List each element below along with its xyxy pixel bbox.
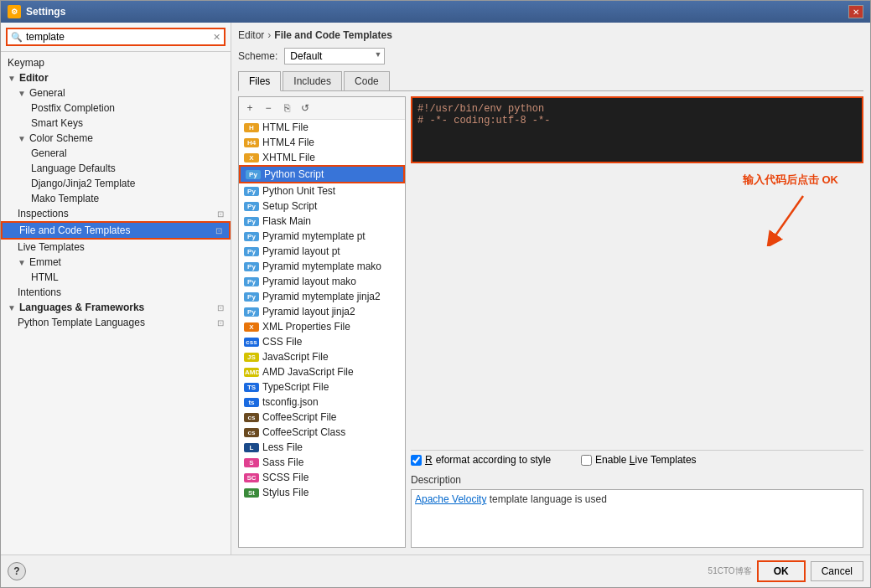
sidebar-item-live-templates[interactable]: Live Templates — [1, 240, 231, 255]
file-icon-13: X — [244, 322, 259, 332]
tab-includes[interactable]: Includes — [283, 71, 342, 90]
sidebar-item-intentions[interactable]: Intentions — [1, 285, 231, 300]
file-item-18[interactable]: tstsconfig.json — [239, 395, 405, 410]
sidebar-label-cs-general: General — [31, 147, 67, 159]
tab-code[interactable]: Code — [344, 71, 390, 90]
sidebar-item-editor[interactable]: ▼ Editor — [1, 70, 231, 85]
scheme-row: Scheme: Default — [238, 48, 863, 64]
file-label-0: HTML File — [262, 121, 308, 133]
reformat-label: R — [425, 454, 433, 466]
sidebar-label-color-scheme: Color Scheme — [29, 132, 93, 144]
expand-icon-emmet: ▼ — [18, 258, 26, 267]
right-panel: Editor › File and Code Templates Scheme:… — [231, 23, 870, 554]
file-item-17[interactable]: TSTypeScript File — [239, 379, 405, 395]
file-list-panel: + − ⎘ ↺ HHTML FileH4HTML4 FileXXHTML Fil… — [238, 96, 406, 548]
sidebar-item-python-tpl[interactable]: Python Template Languages ⊡ — [1, 315, 231, 330]
file-item-24[interactable]: StStylus File — [239, 485, 405, 500]
breadcrumb: Editor › File and Code Templates — [238, 29, 863, 41]
sidebar-item-emmet-html[interactable]: HTML — [1, 270, 231, 285]
file-item-12[interactable]: PyPyramid layout jinja2 — [239, 304, 405, 319]
reset-button[interactable]: ↺ — [297, 100, 314, 116]
file-item-15[interactable]: JSJavaScript File — [239, 349, 405, 364]
file-item-23[interactable]: SCSCSS File — [239, 470, 405, 485]
expand-icon-general: ▼ — [18, 89, 26, 98]
file-label-7: Pyramid mytemplate pt — [262, 230, 366, 242]
file-label-8: Pyramid layout pt — [262, 245, 340, 257]
file-label-20: CoffeeScript Class — [262, 426, 345, 438]
file-item-21[interactable]: LLess File — [239, 440, 405, 455]
file-label-14: CSS File — [262, 336, 302, 348]
file-icon-3: Py — [246, 170, 261, 179]
file-item-8[interactable]: PyPyramid layout pt — [239, 244, 405, 259]
file-item-19[interactable]: csCoffeeScript File — [239, 410, 405, 425]
sidebar-item-languages[interactable]: ▼ Languages & Frameworks ⊡ — [1, 300, 231, 315]
file-label-10: Pyramid layout mako — [262, 276, 356, 287]
watermark: 51CTO博客 — [708, 565, 752, 577]
file-item-1[interactable]: H4HTML4 File — [239, 135, 405, 150]
search-input[interactable] — [26, 31, 210, 43]
file-item-3[interactable]: PyPython Script — [239, 165, 405, 183]
file-item-6[interactable]: PyFlask Main — [239, 214, 405, 229]
file-icon-6: Py — [244, 217, 259, 226]
file-icon-4: Py — [244, 187, 259, 196]
file-item-11[interactable]: PyPyramid mytemplate jinja2 — [239, 289, 405, 304]
sidebar-label-mako: Mako Template — [31, 193, 99, 204]
file-item-7[interactable]: PyPyramid mytemplate pt — [239, 229, 405, 244]
sidebar-item-file-templates[interactable]: File and Code Templates ⊡ — [1, 221, 231, 240]
breadcrumb-current: File and Code Templates — [274, 29, 391, 41]
sidebar-item-general[interactable]: ▼ General — [1, 85, 231, 101]
clear-icon[interactable]: ✕ — [213, 32, 220, 43]
file-item-16[interactable]: AMDAMD JavaScript File — [239, 364, 405, 379]
sidebar-item-emmet[interactable]: ▼ Emmet — [1, 255, 231, 270]
left-panel: 🔍 ✕ Keymap ▼ Editor ▼ General — [1, 23, 231, 554]
file-icon-7: Py — [244, 232, 259, 241]
file-item-22[interactable]: SSass File — [239, 455, 405, 470]
sidebar-label-python-tpl: Python Template Languages — [18, 317, 145, 328]
cancel-button[interactable]: Cancel — [811, 561, 863, 581]
file-item-9[interactable]: PyPyramid mytemplate mako — [239, 259, 405, 274]
remove-button[interactable]: − — [260, 100, 277, 116]
ok-button[interactable]: OK — [757, 560, 806, 582]
sidebar-item-cs-general[interactable]: General — [1, 146, 231, 161]
close-button[interactable]: ✕ — [848, 5, 863, 18]
file-item-4[interactable]: PyPython Unit Test — [239, 183, 405, 199]
add-button[interactable]: + — [241, 100, 258, 116]
scheme-select[interactable]: Default — [284, 48, 385, 64]
sidebar-item-keymap[interactable]: Keymap — [1, 55, 231, 70]
file-icon-16: AMD — [244, 368, 259, 377]
file-label-19: CoffeeScript File — [262, 411, 336, 423]
search-icon: 🔍 — [11, 32, 23, 43]
sidebar-item-lang-defaults[interactable]: Language Defaults — [1, 161, 231, 176]
app-icon: ⚙ — [8, 5, 21, 18]
file-label-4: Python Unit Test — [262, 185, 335, 197]
file-label-5: Setup Script — [262, 200, 317, 212]
copy-button[interactable]: ⎘ — [278, 100, 295, 116]
file-item-13[interactable]: XXML Properties File — [239, 319, 405, 334]
sidebar-item-color-scheme[interactable]: ▼ Color Scheme — [1, 131, 231, 146]
annotation: 输入代码后点击 OK — [743, 173, 838, 246]
content-area: 🔍 ✕ Keymap ▼ Editor ▼ General — [1, 23, 870, 554]
file-label-15: JavaScript File — [262, 351, 329, 363]
code-editor[interactable]: #!/usr/bin/env python # -*- coding:utf-8… — [411, 96, 863, 163]
sidebar-item-inspections[interactable]: Inspections ⊡ — [1, 206, 231, 221]
reformat-option[interactable]: Reformat according to style — [411, 454, 551, 466]
live-templates-checkbox[interactable] — [581, 455, 592, 466]
file-item-14[interactable]: cssCSS File — [239, 334, 405, 349]
reformat-checkbox[interactable] — [411, 455, 422, 466]
file-icon-9: Py — [244, 262, 259, 271]
live-templates-option[interactable]: Enable Live Templates — [581, 454, 697, 466]
file-item-20[interactable]: csCoffeeScript Class — [239, 425, 405, 440]
file-item-5[interactable]: PySetup Script — [239, 199, 405, 214]
file-item-2[interactable]: XXHTML File — [239, 150, 405, 165]
file-item-0[interactable]: HHTML File — [239, 120, 405, 135]
sidebar-item-smart-keys[interactable]: Smart Keys — [1, 116, 231, 131]
sidebar-item-mako[interactable]: Mako Template — [1, 191, 231, 206]
sidebar-item-postfix[interactable]: Postfix Completion — [1, 101, 231, 116]
help-button[interactable]: ? — [8, 562, 26, 580]
title-bar-left: ⚙ Settings — [8, 5, 65, 18]
tab-files[interactable]: Files — [238, 71, 281, 91]
sidebar-item-django[interactable]: Django/Jinja2 Template — [1, 176, 231, 191]
file-item-10[interactable]: PyPyramid layout mako — [239, 274, 405, 289]
description-link[interactable]: Apache Velocity — [415, 493, 486, 505]
sidebar-label-languages: Languages & Frameworks — [19, 302, 144, 313]
